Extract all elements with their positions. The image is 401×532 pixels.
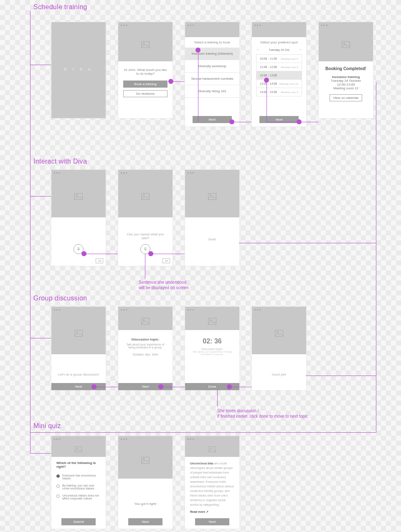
image-placeholder [185,442,239,457]
screen-greeting: Hi John. What would you like to do today… [118,22,173,119]
select-spot-title: Select your prefered spot [252,37,306,48]
book-training-button[interactable]: Book a training [123,81,168,88]
do-revisions-button[interactable]: Do revisions [123,90,168,97]
training-item[interactable]: Inclusion training (Selected) [185,48,239,60]
next-button[interactable]: Next [195,518,229,525]
flow-dot [264,78,269,83]
svg-point-3 [344,43,345,44]
flow-dot [81,251,86,256]
svg-rect-20 [75,446,82,452]
screen-interact-2: Can you repeat what you said? ⌨ [118,169,173,266]
topic-label: Discussion topic: [122,338,168,341]
screen-quiz-correct: You got it right! Next [118,436,173,529]
svg-rect-22 [142,457,150,464]
image-icon [141,41,150,48]
window-chrome [185,436,239,442]
time-slot[interactable]: 13:00 - 14:00Meeting room 12 [256,80,302,88]
training-item[interactable]: Sexual harassment combats [185,73,239,85]
screen-group-goodjob: Good job! [251,306,307,391]
image-placeholder [118,176,173,217]
svg-rect-16 [208,318,216,325]
flow-dot [229,119,234,124]
svg-point-17 [210,320,211,321]
time-slot[interactable]: 10:00 - 11:00Meeting room 5 [256,54,302,63]
training-item[interactable]: Diversity workshop [185,60,239,73]
quiz-option[interactable]: By training, you can over come unconsiou… [56,482,101,492]
time-slot[interactable]: 12:00 - 13:00 [256,71,302,80]
flow-dot [148,251,153,256]
chevron-right-icon[interactable]: › [300,48,301,52]
image-icon [74,330,83,337]
flow-dot [91,384,96,389]
booking-room: Meeting room 12 [322,86,370,90]
svg-rect-0 [142,42,150,48]
screen-group-timer: 02: 36 Discussion topic: Talk about your… [185,306,240,391]
duration-text: Duration: Apx. 3min [122,349,168,356]
start-button[interactable]: Start [118,383,173,390]
next-button[interactable]: Next [51,383,106,390]
training-item[interactable]: Diversity hiring 101 [185,85,239,98]
image-icon [275,330,283,337]
next-button[interactable]: Next [128,518,162,525]
image-icon [208,193,216,200]
quiz-option[interactable]: Unconsious biases does not affect corpor… [56,492,101,502]
booking-date: Tuesday 24 October [322,79,370,83]
image-placeholder [252,313,306,354]
image-icon [141,193,150,200]
image-placeholder [185,176,239,217]
image-icon [74,193,83,200]
select-training-title: Select a training to book [185,37,239,48]
svg-rect-24 [209,446,216,452]
image-placeholder [118,28,173,61]
section-schedule-training: Schedule training [33,3,87,11]
section-mini-quiz: Mini quiz [33,422,61,430]
keyboard-icon[interactable]: ⌨ [96,258,103,263]
read-more-link[interactable]: Read more [190,510,205,513]
screen-quiz-definition: Unconcious bias are social stereotypes a… [185,436,240,529]
svg-point-1 [143,43,145,44]
next-button[interactable]: Next [193,116,232,123]
window-chrome [319,22,373,28]
definition-body: are social stereotypes about certain gro… [190,462,234,506]
window-chrome [51,170,106,176]
flow-dot [227,384,232,389]
logo-text: D I V A [51,67,106,71]
screen-logo: D I V A [51,22,106,119]
chevron-left-icon[interactable]: ‹ [257,48,258,52]
image-placeholder [319,28,373,61]
svg-point-11 [210,195,211,196]
screen-select-spot: Select your prefered spot ‹ Tuesday 24 O… [251,22,307,127]
svg-rect-7 [142,194,150,200]
section-interact: Interact with Diva [33,158,87,165]
date-label: Tuesday 24 Oct [269,48,289,51]
svg-rect-6 [78,247,79,250]
topic-text: Talk about your experience of being excl… [122,341,168,349]
time-slot[interactable]: 11:00 - 12:00Meeting room 5 [256,63,302,71]
quiz-option[interactable]: Everyone has unconcious biases [56,472,101,482]
microphone-icon [76,247,81,251]
next-button[interactable]: Next [259,116,299,123]
image-placeholder [51,176,106,217]
image-icon [208,446,216,452]
booking-completed-title: Booking Completed! [322,66,370,71]
submit-button[interactable]: Submit [61,518,96,525]
image-icon [141,318,150,325]
quiz-correct-text: You got it right! [118,479,173,506]
flow-dot [158,384,163,389]
svg-point-19 [277,332,278,333]
view-on-calendar-button[interactable]: View on calendar [330,94,362,101]
screen-interact-1: ⌨ [51,169,106,266]
screen-interact-3: Sure! [185,169,240,266]
image-placeholder [51,442,106,457]
image-placeholder [51,313,106,354]
time-slot[interactable]: 14:00 - 15:00Meeting room 5 [256,88,302,96]
caption-understood: Sentence she understood will be displaye… [139,280,189,290]
flow-dot [297,119,302,124]
section-group-discussion: Group discussion [33,295,87,302]
svg-rect-18 [275,330,283,337]
svg-point-15 [143,320,145,321]
keyboard-icon[interactable]: ⌨ [162,258,170,263]
image-icon [141,457,150,464]
goodjob-text: Good job! [252,354,306,376]
svg-point-5 [76,195,78,196]
